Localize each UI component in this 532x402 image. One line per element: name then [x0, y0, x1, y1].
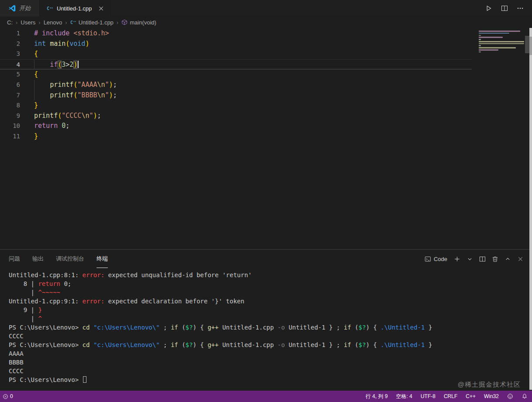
panel-tab-problems[interactable]: 问题 [9, 250, 20, 268]
minimap-line [479, 43, 524, 45]
line-number: 9 [0, 111, 20, 121]
code-editor[interactable]: 1# include <stdio.h>2int main(void)3{4 i… [0, 28, 532, 249]
problems-indicator[interactable]: 0 [3, 393, 13, 399]
breadcrumb-item-file[interactable]: C++ Untitled-1.cpp [70, 19, 114, 26]
terminal-line: 9 | } [9, 306, 532, 314]
terminal-line: CCCC [9, 332, 532, 340]
code-line-11[interactable]: 11} [0, 131, 472, 142]
window-scrollbar[interactable] [529, 28, 532, 390]
terminal-output[interactable]: Untitled-1.cpp:8:1: error: expected unqu… [0, 268, 532, 391]
indent-guide [34, 80, 35, 90]
minimap-line [479, 47, 516, 48]
code-line-6[interactable]: 6 printf("AAAA\n"); [0, 80, 472, 90]
panel-tab-output[interactable]: 输出 [32, 250, 44, 268]
minimap-line [479, 35, 481, 36]
panel-tab-terminal[interactable]: 终端 [97, 250, 108, 268]
editor-cursor [78, 61, 79, 68]
minimap[interactable] [479, 31, 525, 54]
line-number: 11 [0, 131, 20, 142]
bell-icon[interactable] [522, 393, 528, 399]
terminal-line: PS C:\Users\Lenovo> cd "c:\Users\Lenovo\… [9, 340, 532, 349]
method-symbol-icon [121, 19, 128, 25]
terminal-shell-select[interactable]: Code [425, 256, 447, 262]
language-mode-indicator[interactable]: C++ [466, 393, 476, 399]
indentation-indicator[interactable]: 空格: 4 [396, 393, 412, 400]
platform-indicator[interactable]: Win32 [484, 393, 499, 399]
panel-tab-debug-console[interactable]: 调试控制台 [56, 250, 84, 268]
panel-header: 问题 输出 调试控制台 终端 Code [0, 250, 532, 268]
code-line-4[interactable]: 4 if(3>2) [0, 59, 472, 70]
minimap-line [479, 37, 503, 38]
more-actions-button[interactable] [514, 2, 527, 15]
indent-guide [34, 60, 35, 69]
code-lines[interactable]: 1# include <stdio.h>2int main(void)3{4 i… [0, 28, 472, 142]
line-number: 1 [0, 28, 20, 39]
tab-untitled-1-cpp[interactable]: C++ Untitled-1.cpp [39, 0, 111, 17]
feedback-icon[interactable] [507, 393, 513, 399]
tab-get-started[interactable]: 开始 [0, 0, 39, 17]
terminal-line: Untitled-1.cpp:8:1: error: expected unqu… [9, 271, 532, 279]
breadcrumb-item-lenovo[interactable]: Lenovo [44, 19, 62, 26]
terminal-line: AAAA [9, 349, 532, 358]
line-number: 10 [0, 121, 20, 131]
terminal-cursor [83, 376, 86, 383]
editor-scrollbar[interactable] [525, 36, 529, 53]
bottom-panel: 问题 输出 调试控制台 终端 Code [0, 249, 532, 391]
code-line-2[interactable]: 2int main(void) [0, 39, 472, 49]
minimap-line [479, 39, 481, 40]
line-number: 3 [0, 49, 20, 59]
code-line-5[interactable]: 5{ [0, 69, 472, 80]
tab-label: 开始 [19, 4, 31, 12]
terminal-line: | ^~~~~~ [9, 288, 532, 297]
cursor-position-indicator[interactable]: 行 4, 列 9 [366, 393, 388, 400]
status-bar: 0 行 4, 列 9 空格: 4 UTF-8 CRLF C++ Win32 [0, 391, 532, 402]
line-number: 2 [0, 39, 20, 49]
code-line-10[interactable]: 10return 0; [0, 121, 472, 131]
code-line-3[interactable]: 3{ [0, 49, 472, 59]
tab-label: Untitled-1.cpp [57, 5, 92, 12]
minimap-line [479, 45, 481, 46]
minimap-line [479, 33, 509, 34]
code-line-7[interactable]: 7 printf("BBBB\n"); [0, 90, 472, 101]
close-tab-icon[interactable] [99, 6, 104, 11]
breadcrumb-item-drive[interactable]: C: [7, 19, 13, 26]
close-panel-button[interactable] [515, 253, 526, 265]
terminal-dropdown-button[interactable] [464, 253, 475, 265]
line-number: 4 [0, 60, 20, 69]
breadcrumb-item-users[interactable]: Users [21, 19, 35, 26]
eol-indicator[interactable]: CRLF [444, 393, 457, 399]
line-number: 7 [0, 90, 20, 101]
vscode-logo-icon [9, 5, 16, 12]
editor-actions [482, 0, 532, 17]
terminal-line: | ^ [9, 314, 532, 323]
window-scrollbar-thumb[interactable] [529, 37, 532, 55]
code-line-8[interactable]: 8} [0, 100, 472, 111]
line-number: 6 [0, 80, 20, 90]
terminal-toolbar: Code [425, 250, 526, 268]
cpp-file-icon: C++ [47, 5, 53, 12]
line-number: 5 [0, 69, 20, 80]
indent-guide [34, 90, 35, 101]
terminal-line: 8 | return 0; [9, 279, 532, 288]
encoding-indicator[interactable]: UTF-8 [421, 393, 435, 399]
minimap-line [479, 49, 498, 51]
cpp-file-icon: C++ [70, 19, 76, 25]
tab-bar: 开始 C++ Untitled-1.cpp [0, 0, 532, 17]
maximize-panel-button[interactable] [502, 253, 513, 265]
svg-text:++: ++ [73, 20, 76, 23]
terminal-line: Untitled-1.cpp:9:1: error: expected decl… [9, 297, 532, 306]
svg-text:C: C [70, 20, 73, 25]
chevron-right-icon: › [65, 19, 67, 26]
code-line-1[interactable]: 1# include <stdio.h> [0, 28, 472, 39]
split-terminal-button[interactable] [477, 253, 488, 265]
minimap-line [479, 41, 524, 42]
new-terminal-button[interactable] [451, 253, 463, 265]
kill-terminal-button[interactable] [489, 253, 501, 265]
terminal-line: PS C:\Users\Lenovo> [9, 375, 532, 384]
code-line-9[interactable]: 9printf("CCCC\n"); [0, 111, 472, 121]
breadcrumb: C: › Users › Lenovo › C++ Untitled-1.cpp… [0, 17, 532, 28]
run-button[interactable] [482, 2, 495, 15]
breadcrumb-item-symbol[interactable]: main(void) [121, 19, 156, 26]
split-editor-button[interactable] [498, 2, 511, 15]
terminal-icon [425, 256, 431, 262]
